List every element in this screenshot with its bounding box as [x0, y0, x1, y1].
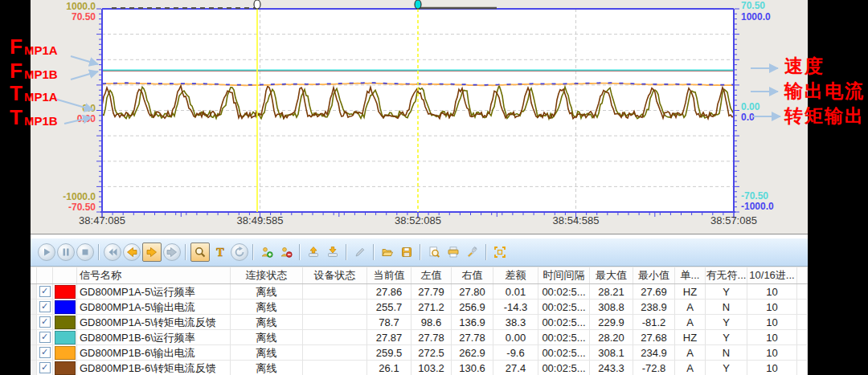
- edit-button: [351, 243, 369, 261]
- color-cell: [53, 284, 77, 300]
- row-checkbox[interactable]: ✓: [39, 316, 51, 328]
- disk-up-icon: [307, 246, 320, 259]
- print-button[interactable]: [444, 243, 462, 261]
- checkbox-cell[interactable]: ✓: [37, 361, 53, 375]
- user-plus-icon: [260, 246, 273, 259]
- checkbox-cell[interactable]: ✓: [37, 330, 53, 345]
- column-header[interactable]: 时间间隔: [538, 267, 590, 283]
- save-button[interactable]: [398, 243, 416, 261]
- row-indicator: [31, 330, 37, 345]
- text-T-icon: T: [214, 246, 227, 259]
- column-header[interactable]: 当前值: [367, 267, 411, 283]
- table-row[interactable]: ✓GD800MP1B-6\运行频率离线27.8727.7827.780.0000…: [31, 330, 808, 345]
- left-cell: 27.79: [411, 284, 452, 300]
- annotation-sub: MP1A: [24, 92, 58, 102]
- page-magnifier-icon: [428, 246, 440, 259]
- column-header[interactable]: 最大值: [590, 267, 633, 283]
- status-cell: 离线: [231, 315, 303, 330]
- import-button[interactable]: [305, 243, 322, 261]
- zoom-mode-button[interactable]: [190, 243, 210, 262]
- annotation-speed: 速度: [784, 56, 825, 76]
- right-cell: 130.6: [452, 361, 493, 375]
- table-row[interactable]: ✓GD800MP1A-5\转矩电流反馈离线78.798.6136.938.300…: [31, 315, 808, 330]
- cursor-b-marker[interactable]: [415, 0, 421, 9]
- annotation-f-mp1b: F MP1B: [10, 63, 58, 79]
- text-mode-button[interactable]: T: [211, 243, 229, 261]
- table-row[interactable]: ✓GD800MP1B-6\输出电流离线259.5272.5262.9-9.600…: [31, 345, 808, 361]
- toolbar-separator: [98, 244, 100, 260]
- checkbox-cell[interactable]: ✓: [37, 300, 53, 315]
- add-signal-button[interactable]: [258, 243, 276, 261]
- stop-button: [76, 243, 94, 261]
- export-button[interactable]: [324, 243, 342, 261]
- base-cell: 10: [747, 361, 797, 375]
- user-minus-icon: [280, 246, 293, 259]
- wrench-icon: [466, 246, 479, 259]
- refresh-icon: [233, 246, 246, 259]
- floppy-icon: [400, 246, 413, 259]
- min-cell: 27.68: [633, 330, 675, 345]
- base-cell: 10: [747, 300, 797, 315]
- interval-cell: 00:02:5...: [538, 300, 590, 315]
- color-cell: [53, 315, 77, 330]
- column-header[interactable]: 最小值: [633, 267, 675, 283]
- device-cell: [303, 300, 367, 315]
- device-cell: [303, 330, 367, 345]
- table-row[interactable]: ✓GD800MP1A-5\运行频率离线27.8627.7927.800.0100…: [31, 284, 808, 300]
- row-checkbox[interactable]: ✓: [39, 332, 51, 343]
- device-cell: [303, 345, 367, 361]
- diff-cell: -9.6: [493, 345, 538, 361]
- column-header[interactable]: 信号名称: [77, 267, 231, 283]
- remove-signal-button[interactable]: [277, 243, 295, 261]
- row-checkbox[interactable]: ✓: [39, 347, 51, 358]
- annotation-main: F: [10, 39, 23, 55]
- settings-button[interactable]: [464, 243, 481, 261]
- column-header[interactable]: 10/16进...: [747, 267, 797, 283]
- table-row[interactable]: ✓GD800MP1B-6\转矩电流反馈离线26.1103.2130.627.40…: [31, 361, 808, 375]
- column-header[interactable]: 单...: [675, 267, 706, 283]
- checkbox-cell[interactable]: ✓: [37, 315, 53, 330]
- device-cell: [303, 361, 367, 375]
- row-checkbox[interactable]: ✓: [39, 286, 51, 297]
- toolbar-separator: [346, 244, 347, 260]
- diff-cell: 27.4: [493, 361, 538, 375]
- color-cell: [53, 330, 77, 345]
- diff-cell: 38.3: [493, 315, 538, 330]
- annotation-output-current: 输出电流: [784, 81, 865, 101]
- table-row[interactable]: ✓GD800MP1A-5\输出电流离线255.7271.2256.9-14.30…: [31, 300, 808, 315]
- base-cell: 10: [747, 345, 797, 361]
- folder-open-icon: [381, 246, 394, 259]
- open-button[interactable]: [379, 243, 396, 261]
- column-header[interactable]: 左值: [411, 267, 452, 283]
- row-checkbox[interactable]: ✓: [39, 301, 51, 312]
- step-forward-button[interactable]: [142, 243, 162, 262]
- checkbox-cell[interactable]: ✓: [37, 284, 53, 300]
- current-cell: 259.5: [367, 345, 411, 361]
- step-back-button[interactable]: [123, 243, 141, 261]
- signal-name-cell: GD800MP1B-6\转矩电流反馈: [77, 361, 231, 375]
- preview-button[interactable]: [425, 243, 443, 261]
- cursor-a-marker[interactable]: [254, 0, 260, 9]
- annotation-main: T: [10, 85, 23, 102]
- column-header[interactable]: 差额: [493, 267, 538, 283]
- column-header[interactable]: 右值: [452, 267, 493, 283]
- fullscreen-button[interactable]: [491, 243, 509, 261]
- row-indicator: [31, 300, 37, 315]
- printer-icon: [447, 246, 460, 259]
- filler-cell: [797, 330, 808, 345]
- min-cell: 234.9: [633, 345, 675, 361]
- column-header[interactable]: 设备状态: [303, 267, 367, 283]
- annotation-sub: MP1A: [24, 45, 58, 55]
- row-indicator: [31, 315, 37, 330]
- column-header[interactable]: 有无符...: [706, 267, 747, 283]
- signal-name-cell: GD800MP1A-5\输出电流: [77, 300, 231, 315]
- current-cell: 255.7: [367, 300, 411, 315]
- color-cell: [53, 300, 77, 315]
- device-cell: [303, 315, 367, 330]
- filler-cell: [797, 315, 808, 330]
- column-header[interactable]: 连接状态: [231, 267, 303, 283]
- min-cell: 238.9: [633, 300, 675, 315]
- row-checkbox[interactable]: ✓: [39, 362, 51, 373]
- max-cell: 28.21: [590, 284, 633, 300]
- checkbox-cell[interactable]: ✓: [37, 345, 53, 361]
